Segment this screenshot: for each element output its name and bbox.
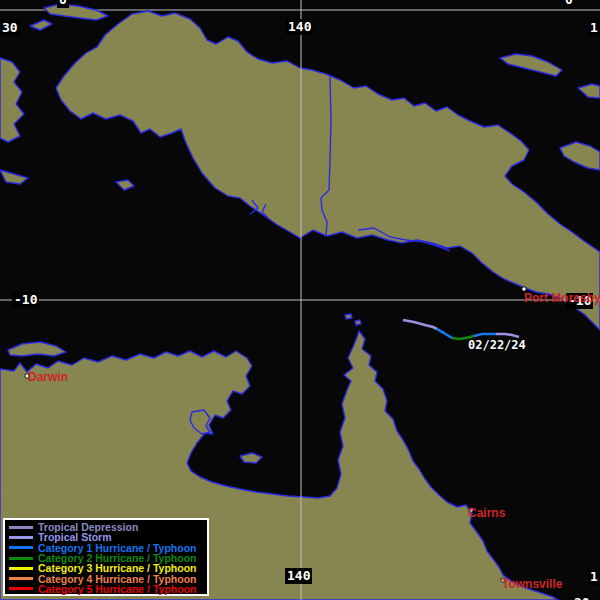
legend-box: Tropical Depression Tropical Storm Categ… [3, 518, 209, 596]
legend-swatch-tropical-depression [9, 526, 33, 529]
legend-label: Category 3 Hurricane / Typhoon [38, 563, 197, 573]
legend-swatch-category-2 [9, 557, 33, 560]
island-torres-2 [355, 320, 361, 325]
storm-track-segment [403, 320, 437, 329]
legend-row-category-5: Category 5 Hurricane / Typhoon [9, 584, 207, 594]
legend-swatch-tropical-storm [9, 536, 33, 539]
city-label-port-moresby: Port Moresby [524, 292, 600, 304]
legend-swatch-category-3 [9, 567, 33, 570]
island-torres-1 [345, 314, 352, 319]
legend-label: Category 5 Hurricane / Typhoon [38, 584, 197, 594]
legend-swatch-category-4 [9, 577, 33, 580]
island-halmahera [0, 58, 24, 142]
island-morotai-tail [30, 20, 52, 30]
axis-label-lat-0-right: 0 [563, 0, 575, 8]
island-seram [0, 170, 28, 184]
storm-track-segment [437, 329, 452, 338]
island-tiwi [8, 342, 66, 356]
city-label-darwin: Darwin [28, 371, 68, 383]
legend-swatch-category-1 [9, 546, 33, 549]
storm-date-label: 02/22/24 [468, 339, 526, 352]
island-morotai [44, 4, 108, 20]
legend-row-category-3: Category 3 Hurricane / Typhoon [9, 563, 207, 573]
axis-label-lon-140-top: 140 [286, 19, 313, 35]
legend-swatch-category-5 [9, 587, 33, 590]
map-canvas [0, 0, 600, 600]
legend-label: Tropical Storm [38, 532, 112, 542]
city-label-cairns: Cairns [468, 507, 505, 519]
axis-label-lon-150-clipped-bottom: 1 [588, 569, 600, 585]
island-mornington [240, 453, 262, 463]
storm-track [403, 320, 519, 339]
axis-label-lat-minus10-left: -10 [12, 292, 39, 308]
island-northeast-tip [578, 84, 600, 98]
city-label-townsville: Townsville [502, 578, 562, 590]
hurricane-track-map: 30 140 1 0 0 -10 -10 140 1 20 02/22/24 P… [0, 0, 600, 600]
axis-label-lon-150-clipped-top: 1 [588, 20, 600, 36]
island-new-britain [560, 142, 600, 170]
axis-label-lon-130-clipped: 30 [0, 20, 20, 36]
storm-track-segment [496, 334, 519, 337]
axis-label-lat-0-left: 0 [57, 0, 69, 8]
axis-label-lon-140-bottom: 140 [285, 568, 312, 584]
storm-track-segment [474, 334, 496, 336]
island-yapen [500, 54, 562, 76]
island-speck [116, 180, 134, 190]
axis-label-lat-minus20-clipped: 20 [572, 595, 592, 600]
